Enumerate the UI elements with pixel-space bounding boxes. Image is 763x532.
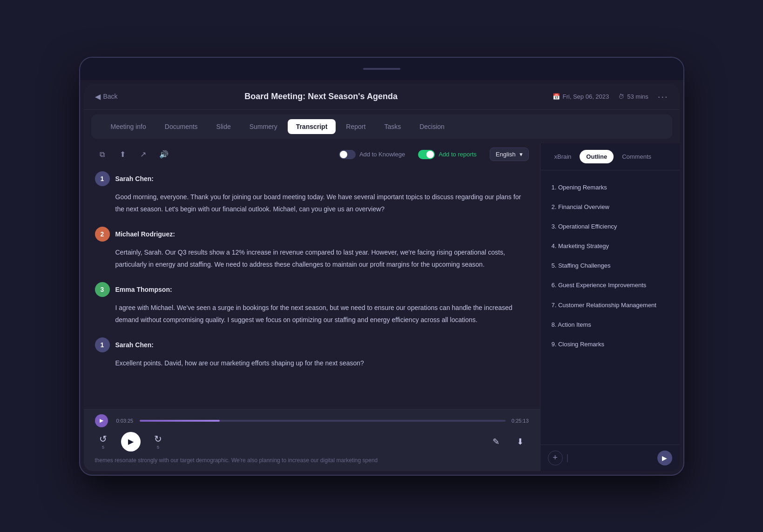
- avatar-2: 2: [95, 227, 110, 242]
- rewind-label: 5: [102, 445, 104, 450]
- page-title: Board Meeting: Next Season's Agenda: [90, 92, 553, 101]
- duration-meta: ⏱ 53 mins: [618, 93, 648, 100]
- tab-slide[interactable]: Slide: [208, 119, 239, 134]
- meeting-date: Fri, Sep 06, 2023: [563, 93, 609, 100]
- language-select[interactable]: English ▾: [490, 148, 529, 161]
- speaker-name-1: Sarah Chen:: [115, 175, 154, 182]
- tab-summery[interactable]: Summery: [241, 119, 286, 134]
- tab-decision[interactable]: Decision: [411, 119, 453, 134]
- outline-item-9[interactable]: 9. Closing Remarks: [548, 335, 672, 354]
- forward-button[interactable]: ↻ 5: [150, 433, 167, 450]
- tabs-bar: Meeting info Documents Slide Summery Tra…: [91, 114, 672, 139]
- transcript-toolbar: ⧉ ⬆ ↗ 🔊 Add: [84, 143, 540, 166]
- overflow-text: themes resonate strongly with our target…: [95, 455, 529, 465]
- progress-track[interactable]: [140, 420, 506, 422]
- bookmark-icon: ⬇: [517, 437, 524, 447]
- send-button[interactable]: ▶: [657, 451, 672, 465]
- upload-icon: ⬆: [120, 150, 126, 159]
- message-text-3: I agree with Michael. We've seen a surge…: [95, 302, 529, 326]
- right-footer: + | ▶: [540, 444, 680, 471]
- mini-avatar-icon: ▶: [95, 414, 108, 427]
- bookmark-button[interactable]: ⬇: [512, 433, 529, 450]
- comment-input[interactable]: [572, 451, 653, 465]
- outline-item-3[interactable]: 3. Operational Efficiency: [548, 217, 672, 236]
- avatar-3-num: 3: [101, 286, 104, 293]
- message-block-4: 1 Sarah Chen: Excellent points. David, h…: [95, 337, 529, 370]
- progress-fill: [140, 420, 220, 422]
- tab-comments[interactable]: Comments: [615, 150, 658, 163]
- clock-icon: ⏱: [618, 93, 624, 100]
- outline-item-6[interactable]: 6. Guest Experience Improvements: [548, 276, 672, 295]
- more-button[interactable]: ···: [658, 91, 668, 102]
- progress-area: ▶ 0:03:25 0:25:13: [95, 414, 529, 427]
- avatar-1-num: 1: [101, 175, 104, 182]
- reports-toggle-group: Add to reports: [418, 150, 477, 159]
- meeting-duration: 53 mins: [627, 93, 648, 100]
- rewind-button[interactable]: ↺ 5: [95, 433, 112, 450]
- tab-report[interactable]: Report: [338, 119, 374, 134]
- reports-toggle-knob: [426, 151, 434, 158]
- right-tabs: xBrain Outline Comments: [540, 143, 680, 170]
- send-icon: ▶: [662, 454, 667, 462]
- outline-item-2[interactable]: 2. Financial Overview: [548, 197, 672, 217]
- speaker-line-2: 2 Michael Rodriguez:: [95, 227, 529, 242]
- reports-label: Add to reports: [439, 151, 477, 158]
- message-block-2: 2 Michael Rodriguez: Certainly, Sarah. O…: [95, 227, 529, 271]
- reports-toggle[interactable]: [418, 150, 435, 159]
- speaker-name-3: Emma Thompson:: [115, 286, 172, 293]
- message-block-3: 3 Emma Thompson: I agree with Michael. W…: [95, 282, 529, 326]
- knowledge-toggle-knob: [340, 151, 347, 158]
- message-text-2: Certainly, Sarah. Our Q3 results show a …: [95, 246, 529, 271]
- upload-button[interactable]: ⬆: [115, 147, 130, 162]
- device-frame: ◀ Back Board Meeting: Next Season's Agen…: [79, 57, 684, 476]
- tab-xbrain[interactable]: xBrain: [548, 150, 578, 163]
- header: ◀ Back Board Meeting: Next Season's Agen…: [84, 84, 680, 110]
- outline-item-4[interactable]: 4. Marketing Strategy: [548, 236, 672, 256]
- date-meta: 📅 Fri, Sep 06, 2023: [553, 93, 609, 100]
- top-bar-indicator: [363, 68, 400, 70]
- speaker-button[interactable]: 🔊: [156, 147, 171, 162]
- outline-item-8[interactable]: 8. Action Items: [548, 315, 672, 335]
- plus-icon: +: [553, 453, 558, 463]
- message-text-1: Good morning, everyone. Thank you for jo…: [95, 191, 529, 215]
- knowledge-toggle[interactable]: [339, 150, 356, 159]
- copy-icon: ⧉: [100, 150, 105, 159]
- edit-icon-button[interactable]: ✎: [488, 433, 505, 450]
- chevron-down-icon: ▾: [520, 151, 523, 158]
- transcript-panel: ⧉ ⬆ ↗ 🔊 Add: [84, 143, 540, 471]
- share-button[interactable]: ↗: [136, 147, 151, 162]
- forward-icon: ↻: [154, 433, 162, 444]
- tab-documents[interactable]: Documents: [156, 119, 206, 134]
- rewind-icon: ↺: [99, 433, 107, 444]
- outline-item-7[interactable]: 7. Customer Relationship Management: [548, 296, 672, 315]
- message-text-4: Excellent points. David, how are our mar…: [95, 357, 529, 370]
- speaker-icon: 🔊: [159, 150, 169, 159]
- tab-meeting-info[interactable]: Meeting info: [102, 119, 155, 134]
- outline-item-1[interactable]: 1. Opening Remarks: [548, 178, 672, 197]
- add-comment-button[interactable]: +: [548, 451, 563, 465]
- total-time: 0:25:13: [510, 418, 529, 424]
- knowledge-label: Add to Knowlege: [359, 151, 405, 158]
- speaker-line-3: 3 Emma Thompson:: [95, 282, 529, 297]
- transcript-content[interactable]: 1 Sarah Chen: Good morning, everyone. Th…: [84, 166, 540, 409]
- speaker-line-1: 1 Sarah Chen:: [95, 171, 529, 186]
- speaker-line-4: 1 Sarah Chen:: [95, 337, 529, 352]
- message-block-1: 1 Sarah Chen: Good morning, everyone. Th…: [95, 171, 529, 215]
- audio-bar: ▶ 0:03:25 0:25:13 ↺ 5 ▶: [84, 409, 540, 471]
- header-meta: 📅 Fri, Sep 06, 2023 ⏱ 53 mins ···: [553, 91, 668, 102]
- knowledge-toggle-group: Add to Knowlege: [339, 150, 405, 159]
- forward-label: 5: [157, 445, 159, 450]
- audio-controls: ↺ 5 ▶ ↻ 5 ✎: [95, 432, 529, 451]
- avatar-3: 3: [95, 282, 110, 297]
- copy-button[interactable]: ⧉: [95, 147, 110, 162]
- outline-item-5[interactable]: 5. Staffing Challenges: [548, 256, 672, 276]
- outline-list: 1. Opening Remarks 2. Financial Overview…: [540, 170, 680, 444]
- avatar-2-num: 2: [101, 230, 104, 238]
- tab-transcript[interactable]: Transcript: [288, 119, 336, 134]
- speaker-name-2: Michael Rodriguez:: [115, 230, 175, 238]
- play-pause-button[interactable]: ▶: [121, 432, 141, 451]
- current-time: 0:03:25: [116, 418, 135, 424]
- tab-outline[interactable]: Outline: [580, 150, 614, 163]
- pencil-icon: ✎: [493, 437, 500, 447]
- tab-tasks[interactable]: Tasks: [376, 119, 409, 134]
